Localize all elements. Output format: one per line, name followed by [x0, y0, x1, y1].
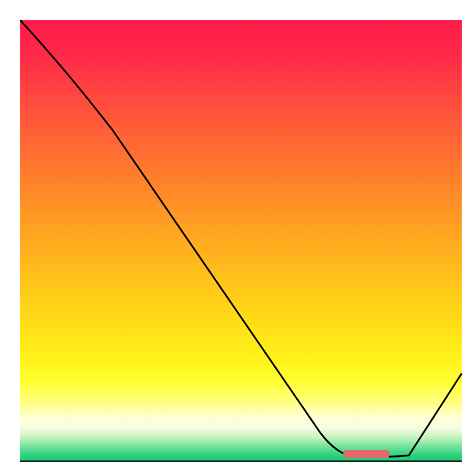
plot-bottom-border — [20, 461, 462, 462]
plot-frame — [462, 0, 476, 476]
plot-frame — [0, 0, 476, 20]
optimal-marker — [343, 450, 390, 458]
plot-frame — [0, 462, 476, 476]
plot-frame — [0, 0, 20, 476]
chart-root: TheBottleneck.com — [0, 0, 476, 476]
chart-canvas — [0, 0, 476, 476]
plot-background — [20, 20, 462, 462]
